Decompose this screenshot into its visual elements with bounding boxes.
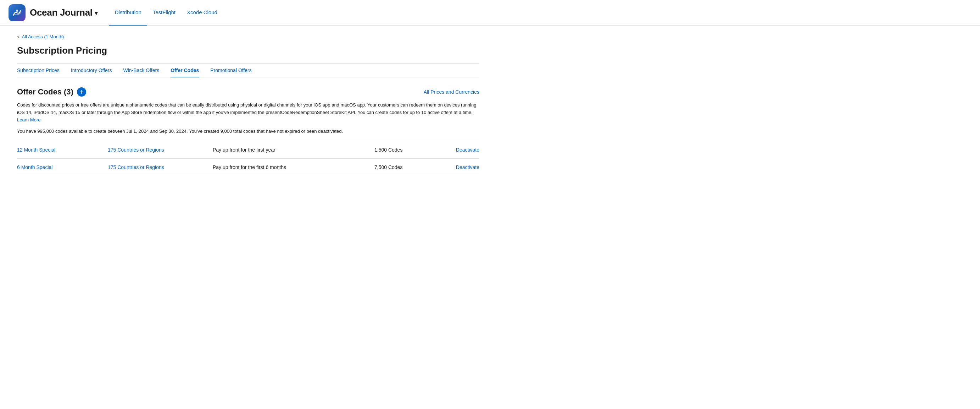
app-name: Ocean Journal [30, 7, 92, 18]
breadcrumb: < All Access (1 Month) [17, 34, 479, 39]
sub-tab-promotional-offers[interactable]: Promotional Offers [210, 64, 251, 77]
deactivate-button-0[interactable]: Deactivate [437, 147, 479, 153]
section-header: Offer Codes (3) + All Prices and Currenc… [17, 87, 479, 97]
learn-more-link[interactable]: Learn More [17, 117, 40, 123]
breadcrumb-link[interactable]: All Access (1 Month) [22, 34, 64, 39]
offer-codes-1: 7,500 Codes [374, 165, 431, 170]
nav-tab-xcode-cloud[interactable]: Xcode Cloud [181, 0, 223, 26]
all-prices-link[interactable]: All Prices and Currencies [424, 89, 479, 95]
app-icon [8, 4, 25, 21]
offer-name-1[interactable]: 6 Month Special [17, 165, 102, 170]
main-content: < All Access (1 Month) Subscription Pric… [0, 26, 496, 185]
sub-tab-introductory-offers[interactable]: Introductory Offers [71, 64, 112, 77]
sub-nav: Subscription Prices Introductory Offers … [17, 64, 479, 77]
breadcrumb-chevron-icon: < [17, 34, 20, 39]
section-title-row: Offer Codes (3) + [17, 87, 86, 97]
app-name-row[interactable]: Ocean Journal ▾ [30, 7, 98, 18]
app-header: Ocean Journal ▾ Distribution TestFlight … [0, 0, 980, 26]
offer-description-0: Pay up front for the first year [213, 147, 369, 153]
main-nav: Distribution TestFlight Xcode Cloud [109, 0, 223, 25]
page-title: Subscription Pricing [17, 45, 479, 56]
sub-tab-win-back-offers[interactable]: Win-Back Offers [123, 64, 159, 77]
add-offer-button[interactable]: + [77, 87, 86, 97]
app-identity: Ocean Journal ▾ [8, 4, 98, 21]
offer-name-0[interactable]: 12 Month Special [17, 147, 102, 153]
sub-tab-offer-codes[interactable]: Offer Codes [170, 64, 199, 77]
sub-tab-subscription-prices[interactable]: Subscription Prices [17, 64, 60, 77]
offer-regions-0[interactable]: 175 Countries or Regions [108, 147, 207, 153]
availability-text: You have 995,000 codes available to crea… [17, 128, 479, 134]
nav-tab-testflight[interactable]: TestFlight [147, 0, 181, 26]
deactivate-button-1[interactable]: Deactivate [437, 165, 479, 170]
offer-regions-1[interactable]: 175 Countries or Regions [108, 165, 207, 170]
offer-row: 12 Month Special 175 Countries or Region… [17, 141, 479, 159]
nav-tab-distribution[interactable]: Distribution [109, 0, 147, 26]
app-name-chevron-icon: ▾ [95, 9, 98, 17]
svg-point-0 [16, 10, 18, 12]
offer-codes-0: 1,500 Codes [374, 147, 431, 153]
offer-description-1: Pay up front for the first 6 months [213, 165, 369, 170]
section-description: Codes for discounted prices or free offe… [17, 102, 478, 123]
section-title: Offer Codes (3) [17, 87, 73, 97]
offer-row: 6 Month Special 175 Countries or Regions… [17, 159, 479, 176]
